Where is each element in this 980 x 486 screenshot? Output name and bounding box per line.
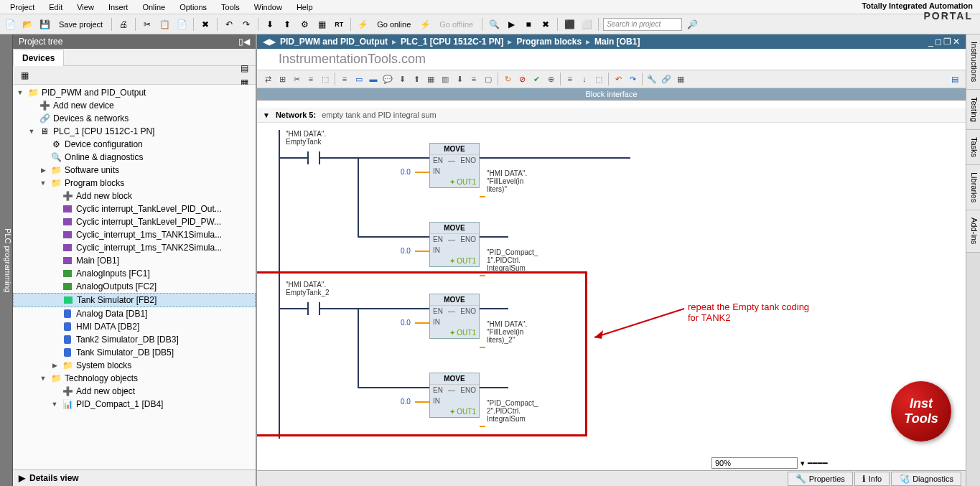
go-online-icon[interactable]: ⚡ xyxy=(355,17,370,32)
et-11-icon[interactable]: ⬆ xyxy=(410,73,423,85)
tree-item-0[interactable]: ▼📁PID_PWM and PID_Output xyxy=(13,86,256,99)
minimize-icon[interactable]: _ xyxy=(928,37,933,47)
instructions-tab[interactable]: Instructions xyxy=(966,34,980,90)
open-project-icon[interactable]: 📂 xyxy=(20,17,34,32)
delete-icon[interactable]: ✖ xyxy=(198,17,213,32)
accessible-devs-icon[interactable]: 🔍 xyxy=(487,17,501,32)
menu-tools[interactable]: Tools xyxy=(214,1,247,13)
tree-item-24[interactable]: ▼📊PID_Compact_1 [DB4] xyxy=(13,398,256,411)
tree-item-3[interactable]: ▼🖥PLC_1 [CPU 1512C-1 PN] xyxy=(13,125,256,138)
cross-ref-icon[interactable]: ✖ xyxy=(538,17,553,32)
tree-item-17[interactable]: Analog Data [DB1] xyxy=(13,307,256,320)
et-2-icon[interactable]: ⊞ xyxy=(276,73,289,85)
devices-tab[interactable]: Devices xyxy=(13,50,64,66)
tree-item-1[interactable]: ➕Add new device xyxy=(13,99,256,112)
et-10-icon[interactable]: ⬇ xyxy=(396,73,409,85)
tree-item-7[interactable]: ▼📁Program blocks xyxy=(13,177,256,190)
contact-1[interactable] xyxy=(307,151,320,164)
breadcrumb-nav-icon[interactable]: ◀▶ xyxy=(263,37,276,47)
crumb-0[interactable]: PID_PWM and PID_Output xyxy=(280,37,388,47)
move-box-3[interactable]: MOVE EN—ENO IN ✦ OUT1 xyxy=(429,294,480,339)
et-3-icon[interactable]: ✂ xyxy=(290,73,303,85)
move-box-2[interactable]: MOVE EN—ENO IN ✦ OUT1 xyxy=(429,222,480,267)
menu-options[interactable]: Options xyxy=(172,1,214,13)
et-12-icon[interactable]: ▦ xyxy=(424,73,437,85)
tasks-tab[interactable]: Tasks xyxy=(966,130,980,165)
upload-icon[interactable]: ⬆ xyxy=(280,17,294,32)
et-17-icon[interactable]: ↻ xyxy=(501,73,514,85)
tree-btn-1-icon[interactable]: ▦ xyxy=(17,68,32,83)
tree-item-2[interactable]: 🔗Devices & networks xyxy=(13,112,256,125)
diagnostics-tab[interactable]: 🩺Diagnostics xyxy=(891,472,961,486)
block-interface-bar[interactable]: Block interface xyxy=(257,88,966,101)
compile-icon[interactable]: ⚙ xyxy=(297,17,312,32)
et-19-icon[interactable]: ✔ xyxy=(530,73,543,85)
tree-item-16[interactable]: Tank Simulator [FB2] xyxy=(13,293,256,307)
move-box-4[interactable]: MOVE EN—ENO IN ✦ OUT1 xyxy=(429,373,480,418)
tree-item-9[interactable]: Cyclic interrupt_TankLevel_PID_Out... xyxy=(13,202,256,215)
info-tab[interactable]: ℹInfo xyxy=(854,472,890,486)
et-23-icon[interactable]: ⬚ xyxy=(592,73,605,85)
et-7-icon[interactable]: ▭ xyxy=(353,73,365,85)
undo-icon[interactable]: ↶ xyxy=(222,17,236,32)
save-icon[interactable]: 💾 xyxy=(37,17,52,32)
tree-item-15[interactable]: AnalogOutputs [FC2] xyxy=(13,280,256,293)
et-5-icon[interactable]: ⬚ xyxy=(319,73,332,85)
tree-item-5[interactable]: 🔍Online & diagnostics xyxy=(13,151,256,164)
menu-project[interactable]: Project xyxy=(3,1,42,13)
go-online-label[interactable]: Go online xyxy=(373,20,415,29)
zoom-select[interactable]: 90% xyxy=(711,457,798,469)
maximize-icon[interactable]: ◻ xyxy=(935,37,942,47)
zoom-dropdown-icon[interactable]: ▾ xyxy=(801,459,805,468)
cut-icon[interactable]: ✂ xyxy=(140,17,154,32)
copy-icon[interactable]: 📋 xyxy=(157,17,172,32)
et-13-icon[interactable]: ▥ xyxy=(439,73,452,85)
menu-insert[interactable]: Insert xyxy=(101,1,136,13)
crumb-3[interactable]: Main [OB1] xyxy=(594,37,640,47)
tree-item-6[interactable]: ▶📁Software units xyxy=(13,164,256,177)
stop-cpu-icon[interactable]: ■ xyxy=(521,17,536,32)
et-26-icon[interactable]: 🔧 xyxy=(645,73,658,85)
tree-item-20[interactable]: Tank Simulator_DB [DB5] xyxy=(13,346,256,359)
et-24-icon[interactable]: ↶ xyxy=(612,73,625,85)
sim-icon[interactable]: ▦ xyxy=(314,17,329,32)
et-14-icon[interactable]: ⬇ xyxy=(453,73,466,85)
crumb-2[interactable]: Program blocks xyxy=(516,37,582,47)
menu-view[interactable]: View xyxy=(70,1,101,13)
menu-window[interactable]: Window xyxy=(247,1,289,13)
tree-item-23[interactable]: ➕Add new object xyxy=(13,385,256,398)
expand-icon[interactable]: ▶ xyxy=(19,473,25,483)
tree-item-19[interactable]: Tank2 Simulator_DB [DB3] xyxy=(13,333,256,346)
et-9-icon[interactable]: 💬 xyxy=(381,73,394,85)
et-28-icon[interactable]: ▦ xyxy=(674,73,687,85)
et-1-icon[interactable]: ⇄ xyxy=(261,73,274,85)
tree-item-4[interactable]: ⚙Device configuration xyxy=(13,138,256,151)
tree-item-12[interactable]: Cyclic_interrupt_1ms_TANK2Simula... xyxy=(13,241,256,254)
tree-content[interactable]: ▼📁PID_PWM and PID_Output➕Add new device🔗… xyxy=(13,85,256,469)
search-go-icon[interactable]: 🔎 xyxy=(685,17,699,32)
redo-icon[interactable]: ↷ xyxy=(239,17,253,32)
tree-item-8[interactable]: ➕Add new block xyxy=(13,190,256,202)
start-cpu-icon[interactable]: ▶ xyxy=(504,17,518,32)
new-project-icon[interactable]: 📄 xyxy=(3,17,17,32)
tree-item-18[interactable]: HMI DATA [DB2] xyxy=(13,320,256,333)
et-4-icon[interactable]: ≡ xyxy=(304,73,317,85)
et-21-icon[interactable]: ≡ xyxy=(564,73,577,85)
menu-edit[interactable]: Edit xyxy=(42,1,70,13)
tree-btn-view1-icon[interactable]: ▤ xyxy=(237,61,251,75)
rt-icon[interactable]: RT xyxy=(332,17,346,32)
testing-tab[interactable]: Testing xyxy=(966,90,980,130)
save-project-label[interactable]: Save project xyxy=(55,20,107,29)
details-view-bar[interactable]: ▶ Details view xyxy=(13,469,256,486)
et-8-icon[interactable]: ▬ xyxy=(367,73,380,85)
print-icon[interactable]: 🖨 xyxy=(116,17,131,32)
restore-icon[interactable]: ❐ xyxy=(943,37,951,47)
paste-icon[interactable]: 📄 xyxy=(174,17,189,32)
close-icon[interactable]: ✕ xyxy=(953,37,960,47)
network-area[interactable]: ▼ Network 5: empty tank and PID integral… xyxy=(257,101,966,470)
tree-item-14[interactable]: AnalogInputs [FC1] xyxy=(13,267,256,280)
tree-item-22[interactable]: ▼📁Technology objects xyxy=(13,372,256,385)
et-15-icon[interactable]: ≡ xyxy=(467,73,480,85)
plc-programming-tab[interactable]: PLC programming xyxy=(0,34,13,486)
menu-help[interactable]: Help xyxy=(289,1,320,13)
